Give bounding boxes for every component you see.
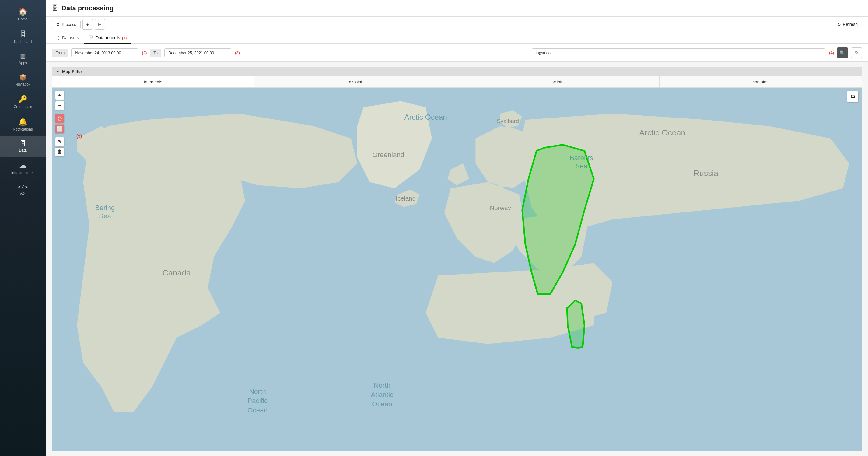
to-date-input[interactable]: [164, 49, 231, 57]
edit-icon: ✎: [855, 50, 859, 56]
to-label: To: [150, 49, 161, 57]
page-title: Data processing: [61, 4, 114, 12]
sidebar-item-credentials[interactable]: 🔑 Credentials: [0, 91, 45, 113]
map-tab-intersects-label: intersects: [144, 80, 162, 84]
sidebar-item-infrastructures[interactable]: ☁ Infrastructures: [0, 157, 45, 179]
map-tab-within-label: within: [553, 80, 564, 84]
map-filter-header[interactable]: ▼ Map Filter: [52, 67, 862, 77]
map-tabs: intersects disjoint within contains: [52, 77, 862, 88]
infrastructures-icon: ☁: [19, 161, 27, 170]
data-records-icon: 📄: [89, 35, 94, 40]
delete-shape-icon: 🗑: [57, 149, 62, 155]
north-pacific-label3: Ocean: [247, 406, 268, 414]
tab-datasets[interactable]: ⬡ Datasets: [52, 32, 84, 44]
map-tab-contains[interactable]: contains: [659, 77, 862, 87]
datasets-icon: ⬡: [57, 35, 60, 40]
layers-icon: ⧉: [851, 93, 855, 100]
sidebar-item-dashboard[interactable]: 🎛 Dashboard: [0, 26, 45, 48]
north-atlantic-label: North: [374, 382, 391, 389]
api-icon: </>: [18, 184, 28, 190]
from-label: From: [52, 49, 68, 57]
sidebar-item-apps[interactable]: ▦ Apps: [0, 48, 45, 69]
rectangle-icon: ⬜: [57, 126, 63, 132]
bering-sea-label2: Sea: [99, 212, 112, 220]
process-label: Process: [62, 22, 76, 27]
table-icon: ⊟: [98, 22, 102, 27]
polygon-icon: ⬠: [58, 116, 62, 121]
map-container[interactable]: Arctic Ocean North Pacific Ocean North A…: [52, 88, 862, 451]
rectangle-draw-button[interactable]: ⬜: [55, 124, 64, 133]
refresh-label: Refresh: [843, 22, 858, 27]
map-controls-right: ⧉: [847, 91, 859, 102]
process-icon: ⚙: [56, 22, 60, 27]
home-icon: 🏠: [18, 7, 27, 16]
sidebar-item-notifications[interactable]: 🔔 Notifications: [0, 113, 45, 136]
refresh-icon: ↻: [837, 22, 841, 27]
nuvlabox-icon: 📦: [19, 74, 27, 81]
sidebar-label-home: Home: [18, 17, 28, 21]
north-pacific-label: North: [249, 388, 266, 395]
map-tab-intersects[interactable]: intersects: [52, 77, 254, 87]
sidebar-item-api[interactable]: </> Api: [0, 179, 45, 200]
russia-label: Russia: [693, 169, 718, 178]
annotation-5: (5): [76, 133, 82, 139]
arctic-ocean-label: Arctic Ocean: [639, 128, 685, 137]
map-tab-disjoint[interactable]: disjoint: [254, 77, 457, 87]
edit-shape-icon: ✎: [58, 139, 62, 145]
dashboard-icon: 🎛: [19, 30, 27, 38]
tab-data-records-label: Data records: [96, 35, 120, 40]
delete-shape-button[interactable]: 🗑: [55, 147, 64, 156]
tabs-bar: ⬡ Datasets 📄 Data records (1): [45, 32, 868, 44]
tab-datasets-label: Datasets: [62, 35, 79, 40]
apps-icon: ▦: [20, 52, 26, 60]
zoom-out-button[interactable]: −: [55, 101, 64, 110]
search-icon: 🔍: [839, 50, 845, 56]
chevron-down-icon: ▼: [56, 69, 60, 74]
map-draw-controls: ⬠ ⬜: [55, 114, 64, 133]
table-view-button[interactable]: ⊟: [95, 19, 105, 30]
map-layers-button[interactable]: ⧉: [847, 91, 859, 102]
bering-sea-label: Bering: [95, 204, 115, 212]
tab-data-records[interactable]: 📄 Data records (1): [84, 32, 131, 44]
polygon-draw-button[interactable]: ⬠: [55, 114, 64, 123]
process-button[interactable]: ⚙ Process: [52, 20, 81, 29]
edit-shape-button[interactable]: ✎: [55, 137, 64, 146]
sidebar-label-data: Data: [19, 148, 27, 153]
map-svg: Arctic Ocean North Pacific Ocean North A…: [52, 88, 862, 451]
grid-view-button[interactable]: ⊞: [83, 19, 93, 30]
main-content: 🗄 Data processing ⚙ Process ⊞ ⊟ ↻ Refres…: [45, 0, 868, 456]
iceland-label: Iceland: [396, 195, 416, 202]
greenland-label: Greenland: [372, 151, 404, 159]
north-atlantic-label2: Atlantic: [371, 391, 394, 398]
sidebar-item-data[interactable]: 🗄 Data: [0, 136, 45, 157]
grid-icon: ⊞: [86, 22, 90, 27]
north-atlantic-label3: Ocean: [372, 400, 392, 408]
refresh-button[interactable]: ↻ Refresh: [833, 20, 862, 29]
sidebar-item-nuvlabox[interactable]: 📦 Nuvlabox: [0, 69, 45, 91]
arctic-ocean-mid-label: Arctic Ocean: [404, 113, 447, 121]
zoom-in-icon: +: [58, 93, 61, 98]
query-input[interactable]: [532, 49, 826, 57]
credentials-icon: 🔑: [18, 95, 27, 103]
map-controls-left: + − ⬠ ⬜ ✎ �: [55, 91, 64, 156]
notifications-icon: 🔔: [18, 118, 27, 126]
zoom-in-button[interactable]: +: [55, 91, 64, 100]
from-badge: (2): [142, 51, 147, 55]
sidebar-item-home[interactable]: 🏠 Home: [0, 3, 45, 26]
sidebar-label-nuvlabox: Nuvlabox: [15, 82, 30, 87]
page-header: 🗄 Data processing: [45, 0, 868, 17]
filter-row: From (2) To (3) (4) 🔍 ✎: [45, 44, 868, 62]
north-pacific-label2: Pacific: [247, 397, 268, 404]
canada-label: Canada: [162, 268, 191, 277]
to-badge: (3): [235, 51, 240, 55]
svalbard-label: Svalbard: [497, 118, 519, 124]
from-date-input[interactable]: [71, 49, 138, 57]
query-edit-button[interactable]: ✎: [851, 48, 862, 58]
page-header-icon: 🗄: [52, 4, 58, 12]
map-tab-within[interactable]: within: [457, 77, 659, 87]
query-badge: (4): [829, 51, 834, 55]
sidebar: 🏠 Home 🎛 Dashboard ▦ Apps 📦 Nuvlabox 🔑 C…: [0, 0, 45, 456]
sidebar-label-api: Api: [20, 191, 25, 195]
search-button[interactable]: 🔍: [837, 48, 848, 58]
sidebar-label-notifications: Notifications: [13, 127, 33, 131]
